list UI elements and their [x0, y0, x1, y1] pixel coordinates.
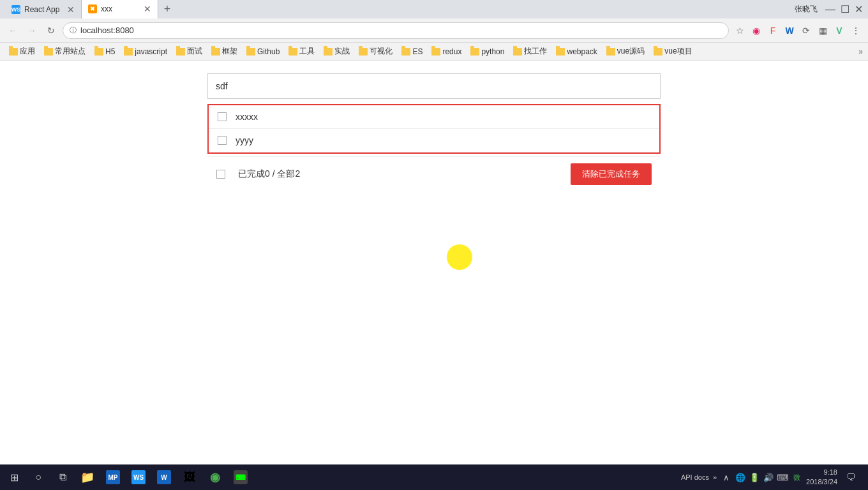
tab-react-app[interactable]: WS React App ✕	[5, 0, 82, 19]
clock-time: 9:18	[806, 468, 837, 477]
taskbar-dev[interactable]: ⌨	[228, 466, 253, 489]
bookmark-label: 找工作	[524, 46, 547, 57]
window-controls: — ☐ ✕	[825, 4, 863, 15]
notification-icon: 🗨	[846, 472, 855, 482]
tray-wechat-icon[interactable]: 微	[791, 471, 802, 483]
taskbar-photos[interactable]: 🖼	[177, 466, 202, 489]
taskbar-ws[interactable]: WS	[126, 466, 151, 489]
tray-keyboard-icon[interactable]: ⌨	[777, 471, 788, 483]
back-button[interactable]: ←	[5, 23, 20, 38]
tab-close-react[interactable]: ✕	[67, 5, 75, 14]
bookmark-vue源码[interactable]: vue源码	[602, 45, 648, 58]
todo-text-2: yyyy	[236, 135, 253, 145]
todo-footer: 已完成0 / 全部2 清除已完成任务	[207, 156, 661, 191]
bookmark-应用[interactable]: 应用	[5, 45, 39, 58]
bookmark-框架[interactable]: 框架	[207, 45, 241, 58]
todo-app: xxxxx yyyy 已完成0 / 全部2 清除已完成任务	[195, 61, 673, 204]
todo-item-2: yyyy	[209, 129, 659, 152]
bookmark-vue项目[interactable]: vue项目	[650, 45, 696, 58]
taskbar-mp[interactable]: MP	[101, 466, 125, 489]
extension-icon-word[interactable]: W	[782, 24, 797, 38]
bookmark-label: H5	[105, 47, 115, 56]
dev-icon: ⌨	[234, 470, 248, 484]
task-view-button[interactable]: ⧉	[51, 466, 74, 489]
url-text: localhost:8080	[80, 26, 722, 35]
taskbar: ⊞ ○ ⧉ 📁 MP WS W 🖼 ◉	[0, 464, 868, 490]
todo-text-1: xxxxx	[236, 112, 258, 122]
maximize-button[interactable]: ☐	[841, 4, 849, 15]
tray-speaker-icon[interactable]: 🔊	[763, 471, 774, 483]
bookmark-label: webpack	[567, 47, 597, 56]
clear-completed-button[interactable]: 清除已完成任务	[571, 163, 652, 185]
bookmark-面试[interactable]: 面试	[172, 45, 206, 58]
todo-status: 已完成0 / 全部2	[238, 168, 571, 180]
folder-icon	[324, 48, 333, 56]
folder-icon	[470, 48, 479, 56]
bookmark-找工作[interactable]: 找工作	[509, 45, 551, 58]
tray-chevron[interactable]: »	[713, 473, 717, 481]
qr-icon[interactable]: ▦	[816, 24, 830, 38]
bookmark-label: vue项目	[664, 46, 692, 57]
bookmark-redux[interactable]: redux	[428, 46, 465, 57]
vue-icon[interactable]: V	[832, 24, 846, 38]
bookmark-star-icon[interactable]: ☆	[733, 24, 747, 38]
system-clock[interactable]: 9:18 2018/3/24	[806, 468, 837, 487]
page-content: xxxxx yyyy 已完成0 / 全部2 清除已完成任务	[0, 61, 868, 464]
bookmark-python[interactable]: python	[467, 46, 508, 57]
bookmark-ES[interactable]: ES	[398, 46, 426, 57]
close-button[interactable]: ✕	[855, 4, 863, 15]
menu-icon[interactable]: ⋮	[849, 24, 863, 38]
tray-up-icon[interactable]: ∧	[721, 471, 732, 483]
files-icon: 📁	[80, 470, 94, 484]
bookmark-H5[interactable]: H5	[91, 46, 119, 57]
taskbar-files[interactable]: 📁	[75, 466, 100, 489]
taskbar-chrome[interactable]: ◉	[203, 466, 227, 489]
bookmarks-more[interactable]: »	[858, 47, 863, 56]
title-bar-tabs: WS React App ✕ ✖ xxx ✕ +	[5, 0, 176, 19]
folder-icon	[401, 48, 410, 56]
bookmark-实战[interactable]: 实战	[320, 45, 354, 58]
todo-checkbox-2[interactable]	[218, 136, 227, 145]
folder-icon	[9, 48, 18, 56]
tray-battery-icon[interactable]: 🔋	[749, 471, 760, 483]
folder-icon	[288, 48, 297, 56]
taskbar-word[interactable]: W	[152, 466, 176, 489]
bookmark-label: 实战	[334, 46, 350, 57]
select-all-checkbox[interactable]	[216, 170, 225, 179]
extension-icon-2[interactable]: F	[766, 24, 780, 38]
bookmark-常用站点[interactable]: 常用站点	[40, 45, 89, 58]
bookmark-工具[interactable]: 工具	[285, 45, 318, 58]
bookmark-label: 常用站点	[55, 46, 86, 57]
photos-icon: 🖼	[183, 470, 197, 484]
tab-close-xxx[interactable]: ✕	[144, 4, 151, 13]
tray-network-icon[interactable]: 🌐	[735, 471, 746, 483]
search-icon: ○	[35, 471, 41, 483]
folder-icon	[359, 48, 368, 56]
forward-button[interactable]: →	[24, 23, 40, 38]
bookmark-Github[interactable]: Github	[243, 46, 283, 57]
url-bar[interactable]: ⓘ localhost:8080	[63, 22, 729, 39]
todo-checkbox-1[interactable]	[218, 112, 227, 121]
todo-input-area	[207, 73, 661, 99]
extension-icon-1[interactable]: ◉	[749, 24, 763, 38]
reload-icon[interactable]: ⟳	[799, 24, 813, 38]
new-tab-button[interactable]: +	[158, 0, 176, 19]
bookmark-可视化[interactable]: 可视化	[355, 45, 396, 58]
address-bar: ← → ↻ ⓘ localhost:8080 ☆ ◉ F W ⟳ ▦ V ⋮	[0, 19, 868, 43]
bookmark-label: 框架	[222, 46, 237, 57]
search-button[interactable]: ○	[27, 466, 50, 489]
start-button[interactable]: ⊞	[3, 466, 26, 489]
minimize-button[interactable]: —	[825, 4, 835, 15]
tab-icon-xxx: ✖	[88, 4, 97, 13]
tab-label-react: React App	[24, 5, 59, 14]
bookmark-webpack[interactable]: webpack	[552, 46, 601, 57]
tab-xxx[interactable]: ✖ xxx ✕	[82, 0, 158, 19]
refresh-button[interactable]: ↻	[43, 23, 59, 38]
notification-button[interactable]: 🗨	[841, 466, 860, 489]
bookmarks-bar: 应用 常用站点 H5 javascript 面试 框架 Github 工具	[0, 43, 868, 61]
api-docs-label[interactable]: API docs	[681, 473, 709, 481]
todo-input[interactable]	[207, 73, 661, 99]
folder-icon	[124, 48, 133, 56]
folder-icon	[654, 48, 662, 56]
bookmark-javascript[interactable]: javascript	[120, 46, 171, 57]
